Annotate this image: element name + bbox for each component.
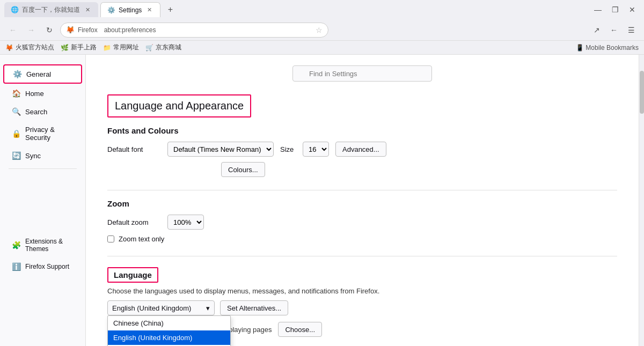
close-button[interactable]: ✕ <box>625 2 640 17</box>
toolbar-right: ↗ ← ☰ <box>589 23 639 38</box>
bookmark-jd[interactable]: 🛒 京东商城 <box>145 43 181 52</box>
maximize-button[interactable]: ❐ <box>608 2 623 17</box>
forward-button[interactable]: → <box>24 23 39 38</box>
zoom-text-only-checkbox[interactable] <box>107 235 114 242</box>
sidebar-item-extensions-label: Extensions & Themes <box>25 238 74 253</box>
bookmark-newuser-icon: 🌿 <box>61 44 69 51</box>
lock-icon: 🔒 <box>12 129 21 138</box>
tab-label: 百度一下，你就知道 <box>22 5 80 14</box>
sidebar-item-general[interactable]: ⚙️ General <box>3 64 82 84</box>
info-icon: ℹ️ <box>12 262 21 271</box>
zoom-title: Zoom <box>107 199 617 208</box>
sidebar-item-extensions[interactable]: 🧩 Extensions & Themes <box>3 233 82 257</box>
sidebar-item-search-label: Search <box>25 108 47 116</box>
extensions-icon: 🧩 <box>12 241 21 249</box>
new-tab-button[interactable]: + <box>163 2 178 17</box>
scrollbar-track[interactable] <box>639 55 644 346</box>
language-select-button[interactable]: English (United Kingdom) ▾ <box>107 300 215 315</box>
set-alternatives-button[interactable]: Set Alternatives... <box>220 300 288 315</box>
font-size-select[interactable]: 16 12 14 18 20 <box>303 142 329 157</box>
default-zoom-label: Default zoom <box>107 218 161 226</box>
bookmark-firefox-label: 火狐官方站点 <box>16 43 54 52</box>
language-dropdown: Chinese (China) English (United Kingdom)… <box>107 315 231 346</box>
section-title-language-appearance: Language and Appearance <box>107 94 251 117</box>
tab-settings[interactable]: ⚙️ Settings ✕ <box>100 2 160 17</box>
browser-content: ⚙️ General 🏠 Home 🔍 Search 🔒 Privacy & S… <box>0 55 644 346</box>
divider-1 <box>107 190 617 190</box>
default-font-row: Default font Default (Times New Roman) S… <box>107 142 617 157</box>
language-title: Language <box>107 267 158 283</box>
address-app-name: Firefox <box>78 26 98 34</box>
sidebar-item-general-label: General <box>26 70 51 78</box>
mobile-bookmarks-label[interactable]: 📱 Mobile Bookmarks <box>576 44 639 51</box>
colours-row: Colours... <box>107 162 617 177</box>
language-dropdown-wrapper: English (United Kingdom) ▾ Chinese (Chin… <box>107 300 215 315</box>
sidebar-item-sync[interactable]: 🔄 Sync <box>3 147 82 164</box>
bookmark-jd-label: 京东商城 <box>156 43 181 52</box>
sidebar-item-home[interactable]: 🏠 Home <box>3 85 82 102</box>
fonts-colours-section: Fonts and Colours Default font Default (… <box>107 126 617 177</box>
tab-settings-favicon: ⚙️ <box>107 6 115 14</box>
find-input[interactable] <box>292 65 432 82</box>
language-desc: Choose the languages used to display men… <box>107 287 617 295</box>
chevron-down-icon: ▾ <box>206 304 210 312</box>
address-bar[interactable]: 🦊 Firefox about:preferences ☆ <box>60 23 328 38</box>
sidebar-item-support[interactable]: ℹ️ Firefox Support <box>3 258 82 275</box>
default-zoom-row: Default zoom 100% 75% 90% 110% 125% 150% <box>107 215 617 230</box>
zoom-text-only-label: Zoom text only <box>119 235 164 243</box>
bookmark-common-icon: 📁 <box>103 44 111 51</box>
language-select-row: English (United Kingdom) ▾ Chinese (Chin… <box>107 300 617 315</box>
refresh-button[interactable]: ↻ <box>42 23 57 38</box>
choose-button[interactable]: Choose... <box>278 322 322 337</box>
sidebar-item-home-label: Home <box>25 90 44 98</box>
toolbar: ← → ↻ 🦊 Firefox about:preferences ☆ ↗ ← … <box>0 19 644 41</box>
bookmark-jd-icon: 🛒 <box>145 44 153 51</box>
settings-main: 🔍 Language and Appearance Fonts and Colo… <box>86 55 639 346</box>
sidebar-item-support-label: Firefox Support <box>25 263 69 270</box>
bookmark-newuser-label: 新手上路 <box>71 43 97 52</box>
sidebar: ⚙️ General 🏠 Home 🔍 Search 🔒 Privacy & S… <box>0 55 86 346</box>
back-button[interactable]: ← <box>5 23 20 38</box>
window-controls: — ❐ ✕ <box>590 2 640 17</box>
bookmark-firefox-icon: 🦊 <box>5 44 13 51</box>
back-history-button[interactable]: ← <box>606 23 621 38</box>
sync-icon: 🔄 <box>12 151 21 160</box>
tab-baidu[interactable]: 🌐 百度一下，你就知道 ✕ <box>4 2 98 17</box>
colours-button[interactable]: Colours... <box>221 162 265 177</box>
minimize-button[interactable]: — <box>590 2 605 17</box>
title-bar: 🌐 百度一下，你就知道 ✕ ⚙️ Settings ✕ + — ❐ ✕ <box>0 0 644 19</box>
zoom-select[interactable]: 100% 75% 90% 110% 125% 150% <box>167 215 204 230</box>
lang-option-chinese[interactable]: Chinese (China) <box>108 316 230 330</box>
sidebar-item-search[interactable]: 🔍 Search <box>3 103 82 120</box>
zoom-section: Zoom Default zoom 100% 75% 90% 110% 125%… <box>107 199 617 243</box>
tab-settings-label: Settings <box>119 6 142 14</box>
extensions-button[interactable]: ↗ <box>589 23 604 38</box>
bookmark-common-label: 常用网址 <box>113 43 139 52</box>
address-favicon: 🦊 <box>66 26 75 34</box>
divider-2 <box>107 256 617 256</box>
size-label: Size <box>280 145 296 153</box>
tab-close-settings[interactable]: ✕ <box>145 6 153 14</box>
mobile-bookmarks-icon: 📱 <box>576 44 584 51</box>
bookmark-star-icon[interactable]: ☆ <box>316 26 323 34</box>
default-font-select[interactable]: Default (Times New Roman) <box>167 142 274 157</box>
advanced-button[interactable]: Advanced... <box>335 142 386 157</box>
sidebar-item-privacy-label: Privacy & Security <box>25 126 74 142</box>
address-url: about:preferences <box>104 26 156 34</box>
bookmark-newuser[interactable]: 🌿 新手上路 <box>61 43 97 52</box>
tab-close-baidu[interactable]: ✕ <box>83 5 92 14</box>
scrollbar-thumb[interactable] <box>640 71 644 114</box>
sidebar-item-privacy[interactable]: 🔒 Privacy & Security <box>3 121 82 146</box>
gear-icon: ⚙️ <box>13 70 22 78</box>
language-section: Language Choose the languages used to di… <box>107 267 617 337</box>
language-appearance-section: Language and Appearance Fonts and Colour… <box>107 94 617 337</box>
bookmark-firefox[interactable]: 🦊 火狐官方站点 <box>5 43 54 52</box>
sidebar-item-sync-label: Sync <box>25 152 41 160</box>
browser-window: 🌐 百度一下，你就知道 ✕ ⚙️ Settings ✕ + — ❐ ✕ ← → … <box>0 0 644 346</box>
lang-option-english-uk[interactable]: English (United Kingdom) <box>108 330 230 345</box>
bookmark-common[interactable]: 📁 常用网址 <box>103 43 139 52</box>
menu-button[interactable]: ☰ <box>624 23 639 38</box>
find-bar: 🔍 <box>107 65 617 82</box>
language-select-value: English (United Kingdom) <box>112 304 191 312</box>
fonts-colours-title: Fonts and Colours <box>107 126 617 135</box>
